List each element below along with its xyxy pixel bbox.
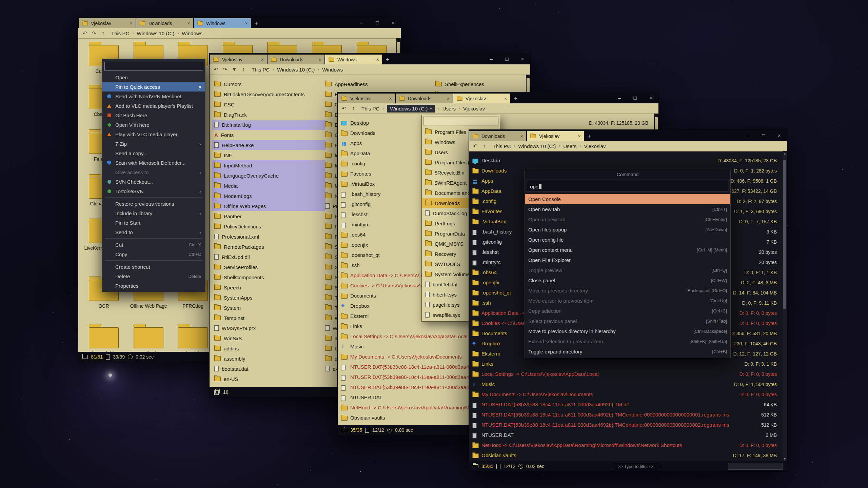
command-input[interactable]: ope xyxy=(527,181,728,192)
menu-item-pin-to-quick-access[interactable]: Pin to Quick access xyxy=(102,82,205,92)
menu-item-send-a-copy[interactable]: Send a copy... xyxy=(102,148,205,158)
command-item-copy-selection[interactable]: Copy selection[Ctrl+C] xyxy=(525,306,730,316)
tab-downloads[interactable]: Downloads× xyxy=(136,18,193,28)
command-item-toggle-preview[interactable]: Toggle preview[Ctrl+Q] xyxy=(525,265,730,275)
minimize-button[interactable]: – xyxy=(612,92,627,103)
file-row[interactable]: My Documents -> C:\Users\Vjekoslav\Docum… xyxy=(469,389,783,400)
menu-item-add-to-vlc-media-player-s-playlist[interactable]: Add to VLC media player's Playlist xyxy=(102,101,205,110)
tab-vjekoslav[interactable]: Vjekoslav× xyxy=(79,18,136,28)
file-row[interactable]: DiagTrack xyxy=(212,109,326,120)
history-dropdown-icon[interactable]: ▼ xyxy=(231,66,237,73)
close-button[interactable]: × xyxy=(643,92,658,103)
menu-item-git-bash-here[interactable]: Git Bash Here xyxy=(102,110,205,120)
minimize-button[interactable]: – xyxy=(354,17,370,28)
file-row[interactable]: RemotePackages xyxy=(212,242,326,252)
back-icon[interactable]: ↶ xyxy=(472,143,478,149)
file-row[interactable]: Professional.xml xyxy=(212,231,326,242)
menu-item-create-shortcut[interactable]: Create shortcut xyxy=(102,262,205,271)
menu-item-scan-with-microsoft-defender[interactable]: Scan with Microsoft Defender... xyxy=(102,158,205,167)
file-row[interactable]: INF xyxy=(212,150,326,160)
menu-item-give-access-to[interactable]: Give access to› xyxy=(102,167,205,177)
tab-close-icon[interactable]: × xyxy=(389,96,392,101)
file-row[interactable]: Offline Web Pages xyxy=(212,201,326,211)
minimize-button[interactable]: – xyxy=(484,53,499,64)
scroll-up-icon[interactable]: ▲ xyxy=(783,152,787,155)
menu-item-properties[interactable]: Properties xyxy=(102,281,205,290)
breadcrumb-item-this-pc[interactable]: This PC xyxy=(493,143,511,149)
close-button[interactable]: × xyxy=(385,17,401,28)
file-row[interactable]: bootstat.dat xyxy=(212,364,326,374)
file-row[interactable]: NTUSER.DAT{53b39e88-18c4-11ea-a811-000d3… xyxy=(469,420,783,430)
file-row[interactable]: LinksD: 0, F: 3, 1 KB xyxy=(469,359,783,369)
breadcrumb-item-this-pc[interactable]: This PC xyxy=(361,106,379,111)
breadcrumb-item-users[interactable]: Users xyxy=(442,106,456,111)
file-row[interactable]: LanguageOverlayCache xyxy=(212,170,326,181)
menu-item-svn-checkout[interactable]: SVN Checkout... xyxy=(102,177,205,186)
tab-close-icon[interactable]: × xyxy=(578,133,581,139)
menu-item-include-in-library[interactable]: Include in library› xyxy=(102,208,205,218)
up-icon[interactable]: ↑ xyxy=(481,143,488,149)
scrollbar[interactable]: ▲ ▼ xyxy=(783,151,787,461)
minimize-button[interactable]: – xyxy=(740,130,756,141)
file-row[interactable]: DesktopD: 43034, F: 125185, 23 GB xyxy=(469,156,783,166)
folder-item-policydefinitions[interactable]: PolicyDefinitions xyxy=(83,323,124,352)
breadcrumb-item-this-pc[interactable]: This PC xyxy=(252,67,270,73)
tab-vjekoslav[interactable]: Vjekoslav× xyxy=(453,94,510,103)
breadcrumb-item-users[interactable]: Users xyxy=(563,143,576,149)
breadcrumb-item-vjekoslav[interactable]: Vjekoslav xyxy=(584,143,606,149)
file-row[interactable]: TempInst xyxy=(212,313,326,323)
file-row[interactable]: ModemLogs xyxy=(212,191,326,201)
maximize-button[interactable]: □ xyxy=(499,53,515,64)
close-button[interactable]: × xyxy=(515,53,530,64)
command-item-open-in-new-tab[interactable]: Open in new tab[Ctrl+Enter] xyxy=(525,214,730,224)
tab-close-icon[interactable]: × xyxy=(376,57,379,62)
file-row[interactable]: ShellExperiences xyxy=(433,79,530,89)
menu-item-send-with-nordvpn-meshnet[interactable]: Send with NordVPN Meshnet xyxy=(102,92,205,101)
breadcrumb-item-windows[interactable]: Windows xyxy=(322,67,343,73)
menu-item-play-with-vlc-media-player[interactable]: Play with VLC media player xyxy=(102,129,205,139)
breadcrumb-item-windows-10-c[interactable]: Windows 10 (C:) xyxy=(137,30,174,36)
command-item-move-to-previous-directory[interactable]: Move to previous directory[Backspace] [C… xyxy=(525,285,730,296)
tab-windows[interactable]: Windows× xyxy=(325,55,382,64)
breadcrumb-item-windows-10-c[interactable]: Windows 10 (C:) xyxy=(277,67,315,73)
command-item-open-file-explorer[interactable]: Open File Explorer xyxy=(525,255,730,265)
tab-close-icon[interactable]: × xyxy=(447,96,450,101)
file-row[interactable]: addins xyxy=(212,343,326,353)
menu-item-restore-previous-versions[interactable]: Restore previous versions xyxy=(102,199,205,208)
forward-icon[interactable]: ↷ xyxy=(91,30,97,37)
file-row[interactable]: DtcInstall.log xyxy=(212,120,326,130)
up-icon[interactable]: ↑ xyxy=(100,30,106,36)
file-row[interactable]: Obsidian vaultsD: 17, F: 149, 38 MB xyxy=(469,450,783,461)
menu-item-7-zip[interactable]: 7-Zip› xyxy=(102,139,205,148)
scrollbar-thumb[interactable] xyxy=(783,160,786,309)
file-row[interactable]: InputMethod xyxy=(212,160,326,170)
file-row[interactable]: NTUSER.DAT2 MB xyxy=(469,430,783,440)
file-row[interactable]: en-US xyxy=(212,374,326,384)
file-row[interactable]: NetHood -> C:\Users\Vjekoslav\AppData\Ro… xyxy=(469,440,783,450)
command-item-open-config-file[interactable]: Open config file xyxy=(525,235,730,245)
new-tab-button[interactable]: + xyxy=(251,18,261,28)
file-row[interactable]: NTUSER.DAT{53b39e88-18c4-11ea-a811-000d3… xyxy=(469,400,783,410)
tab-vjekoslav[interactable]: Vjekoslav× xyxy=(527,131,584,141)
file-row[interactable]: PolicyDefinitions xyxy=(212,221,326,231)
tab-windows[interactable]: Windows× xyxy=(194,18,251,28)
breadcrumb-item-windows[interactable]: Windows xyxy=(182,30,202,36)
menu-item-open[interactable]: Open xyxy=(102,73,205,82)
file-row[interactable]: ShellComponents xyxy=(212,272,326,282)
forward-icon[interactable]: ↷ xyxy=(222,66,228,73)
breadcrumb-item-vjekoslav[interactable]: Vjekoslav xyxy=(463,106,485,111)
menu-item-pin-to-start[interactable]: Pin to Start xyxy=(102,218,205,227)
menu-item-copy[interactable]: CopyCtrl+C xyxy=(102,249,205,259)
file-row[interactable]: ♪MusicD: 0, F: 1, 504 bytes xyxy=(469,379,783,389)
file-row[interactable]: Local Settings -> C:\Users\Vjekoslav\App… xyxy=(469,369,783,379)
tab-downloads[interactable]: Downloads× xyxy=(469,131,526,141)
file-row[interactable]: SystemApps xyxy=(212,292,326,303)
tab-close-icon[interactable]: × xyxy=(187,20,190,26)
scroll-down-icon[interactable]: ▼ xyxy=(783,457,787,461)
menu-item-tortoisesvn[interactable]: TortoiseSVN› xyxy=(102,186,205,196)
tab-close-icon[interactable]: × xyxy=(318,57,321,62)
maximize-button[interactable]: □ xyxy=(627,92,643,103)
back-icon[interactable]: ↶ xyxy=(341,105,347,112)
close-button[interactable]: × xyxy=(771,130,787,141)
folder-item-prefetch[interactable]: Prefetch xyxy=(128,323,169,352)
